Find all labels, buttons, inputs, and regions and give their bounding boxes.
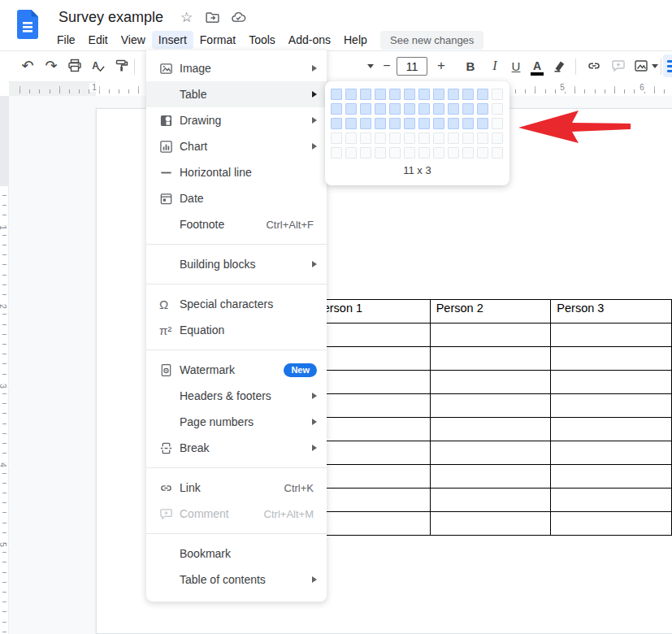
table-cell[interactable]: [551, 489, 672, 512]
grid-cell[interactable]: [418, 103, 430, 115]
grid-cell[interactable]: [448, 147, 459, 158]
menu-tools[interactable]: Tools: [242, 31, 282, 49]
grid-cell[interactable]: [360, 89, 371, 100]
table-cell[interactable]: [430, 465, 551, 489]
table-cell[interactable]: [310, 441, 431, 465]
menu-insert[interactable]: Insert: [152, 31, 193, 49]
table-cell[interactable]: [430, 489, 551, 512]
menu-help[interactable]: Help: [337, 31, 374, 49]
grid-cell[interactable]: [389, 118, 401, 129]
table-cell[interactable]: [551, 465, 672, 489]
menu-item-special-characters[interactable]: Ω Special characters: [146, 291, 327, 317]
star-icon[interactable]: ☆: [180, 10, 193, 26]
grid-cell[interactable]: [477, 103, 488, 115]
grid-cell[interactable]: [360, 103, 371, 115]
table-cell[interactable]: Person 1: [310, 300, 431, 324]
table-cell[interactable]: [430, 418, 551, 441]
grid-cell[interactable]: [375, 103, 386, 115]
grid-cell[interactable]: [418, 132, 430, 144]
table-cell[interactable]: [551, 418, 672, 441]
menu-addons[interactable]: Add-ons: [282, 31, 337, 49]
menu-item-link[interactable]: Link Ctrl+K: [146, 475, 327, 501]
grid-cell[interactable]: [345, 103, 357, 115]
table-cell[interactable]: [551, 347, 672, 371]
menu-item-image[interactable]: Image: [146, 55, 327, 81]
grid-cell[interactable]: [433, 147, 444, 158]
table-cell[interactable]: [551, 371, 672, 394]
grid-cell[interactable]: [492, 89, 503, 100]
bold-button[interactable]: B: [460, 55, 481, 76]
grid-cell[interactable]: [345, 147, 357, 158]
table-cell[interactable]: [551, 324, 672, 347]
table-cell[interactable]: [310, 371, 431, 394]
redo-button[interactable]: ↷: [41, 55, 62, 76]
menu-edit[interactable]: Edit: [82, 31, 115, 49]
italic-button[interactable]: I: [484, 55, 505, 76]
menu-item-building-blocks[interactable]: Building blocks: [146, 251, 327, 277]
grid-cell[interactable]: [375, 118, 386, 129]
move-to-folder-icon[interactable]: [205, 10, 220, 25]
grid-cell[interactable]: [331, 132, 342, 144]
font-size-input[interactable]: 11: [397, 57, 427, 76]
grid-cell[interactable]: [448, 103, 459, 115]
table-cell[interactable]: [310, 394, 431, 418]
grid-cell[interactable]: [492, 147, 503, 158]
grid-cell[interactable]: [375, 147, 386, 158]
menu-item-table-of-contents[interactable]: Table of contents: [146, 567, 327, 593]
menu-item-headers-footers[interactable]: Headers & footers: [146, 383, 327, 409]
table-cell[interactable]: [430, 441, 551, 465]
grid-cell[interactable]: [462, 118, 474, 129]
table-cell[interactable]: [310, 465, 431, 489]
table-cell[interactable]: [430, 371, 551, 394]
grid-cell[interactable]: [492, 132, 503, 144]
grid-cell[interactable]: [360, 118, 371, 129]
grid-cell[interactable]: [404, 103, 415, 115]
grid-cell[interactable]: [448, 132, 459, 144]
grid-cell[interactable]: [331, 118, 342, 129]
grid-cell[interactable]: [433, 89, 444, 100]
menu-item-page-numbers[interactable]: Page numbers: [146, 409, 327, 435]
grid-cell[interactable]: [331, 89, 342, 100]
table-cell[interactable]: [430, 324, 551, 347]
grid-cell[interactable]: [345, 132, 357, 144]
grid-cell[interactable]: [433, 118, 444, 129]
grid-cell[interactable]: [492, 103, 503, 115]
menu-item-date[interactable]: Date: [146, 185, 327, 211]
grid-cell[interactable]: [331, 147, 342, 158]
grid-cell[interactable]: [404, 89, 415, 100]
grid-cell[interactable]: [477, 147, 488, 158]
table-cell[interactable]: [310, 324, 431, 347]
table-cell[interactable]: [430, 394, 551, 418]
table-cell[interactable]: Person 3: [551, 300, 672, 324]
highlight-color-button[interactable]: [549, 55, 570, 76]
menus-toggle-icon[interactable]: [663, 54, 672, 77]
menu-format[interactable]: Format: [193, 31, 242, 49]
grid-cell[interactable]: [375, 132, 386, 144]
grid-cell[interactable]: [389, 147, 401, 158]
decrease-font-size-button[interactable]: −: [376, 55, 397, 76]
menu-item-chart[interactable]: Chart: [146, 133, 327, 159]
menu-file[interactable]: File: [50, 31, 82, 49]
grid-cell[interactable]: [433, 103, 444, 115]
grid-cell[interactable]: [404, 132, 415, 144]
insert-image-dropdown[interactable]: [649, 55, 661, 76]
underline-button[interactable]: U: [505, 55, 527, 76]
grid-cell[interactable]: [418, 118, 430, 129]
document-title[interactable]: Survey example: [59, 9, 163, 26]
menu-view[interactable]: View: [115, 31, 152, 49]
table-cell[interactable]: [551, 441, 672, 465]
insert-comment-button[interactable]: [608, 55, 629, 76]
cloud-saved-icon[interactable]: [231, 10, 246, 25]
grid-cell[interactable]: [418, 89, 430, 100]
see-new-changes-button[interactable]: See new changes: [380, 31, 483, 50]
grid-cell[interactable]: [492, 118, 503, 129]
text-color-button[interactable]: A: [527, 55, 548, 76]
table-cell[interactable]: [430, 512, 551, 536]
grid-cell[interactable]: [404, 147, 415, 158]
grid-cell[interactable]: [331, 103, 342, 115]
grid-cell[interactable]: [345, 118, 357, 129]
grid-cell[interactable]: [448, 89, 459, 100]
grid-cell[interactable]: [360, 147, 371, 158]
menu-item-drawing[interactable]: Drawing: [146, 107, 327, 133]
table-cell[interactable]: [310, 347, 431, 371]
